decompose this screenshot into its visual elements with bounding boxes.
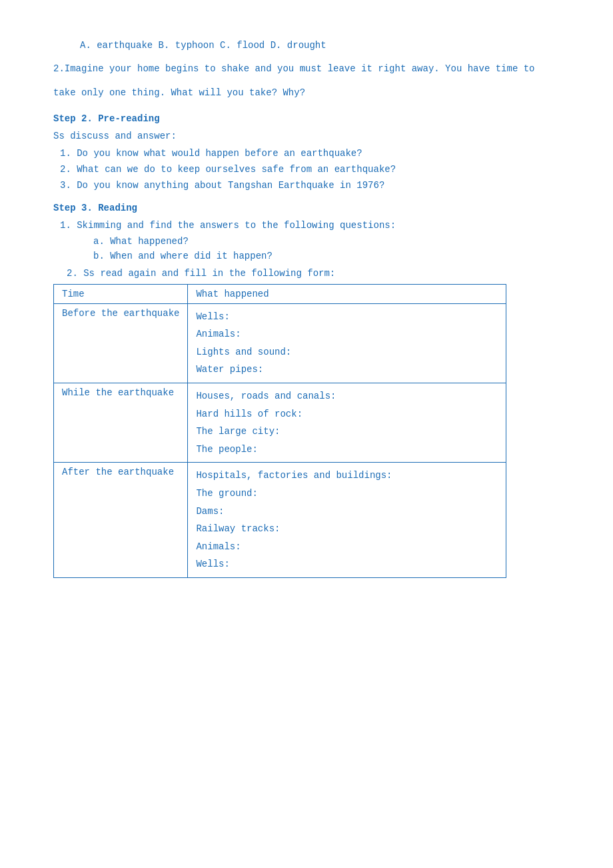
table-cell-items: Houses, roads and canals:Hard hills of r… bbox=[188, 383, 506, 462]
ss-discuss-label: Ss discuss and answer: bbox=[53, 131, 560, 141]
table-header-time: Time bbox=[54, 284, 188, 303]
table-cell-item: Hospitals, factories and buildings: bbox=[196, 467, 498, 485]
table-cell-item: Houses, roads and canals: bbox=[196, 387, 498, 405]
table-header-what-happened: What happened bbox=[188, 284, 506, 303]
table-row: While the earthquakeHouses, roads and ca… bbox=[54, 383, 506, 462]
table-cell-item: Wells: bbox=[196, 555, 498, 573]
sub-question-b: b. When and where did it happen? bbox=[53, 251, 560, 261]
table-cell-time: Before the earthquake bbox=[54, 303, 188, 383]
step3-heading: Step 3. Reading bbox=[53, 203, 560, 213]
step2-heading: Step 2. Pre-reading bbox=[53, 113, 560, 124]
table-cell-items: Hospitals, factories and buildings:The g… bbox=[188, 463, 506, 578]
table-cell-item: The people: bbox=[196, 441, 498, 459]
table-cell-item: Animals: bbox=[196, 325, 498, 343]
options-line: A. earthquake B. typhoon C. flood D. dro… bbox=[53, 40, 560, 51]
table-cell-time: While the earthquake bbox=[54, 383, 188, 462]
table-row: After the earthquakeHospitals, factories… bbox=[54, 463, 506, 578]
table-cell-items: Wells:Animals:Lights and sound:Water pip… bbox=[188, 303, 506, 383]
table-cell-item: Water pipes: bbox=[196, 361, 498, 379]
reading-table: Time What happened Before the earthquake… bbox=[53, 284, 506, 578]
question2-line1: 2.Imagine your home begins to shake and … bbox=[53, 61, 560, 77]
read-question-2: 2. Ss read again and fill in the followi… bbox=[67, 268, 560, 279]
pre-question-3: 3. Do you know anything about Tangshan E… bbox=[53, 180, 560, 191]
sub-question-a: a. What happened? bbox=[53, 236, 560, 247]
table-cell-item: Animals: bbox=[196, 538, 498, 556]
question2-line2: take only one thing. What will you take?… bbox=[53, 85, 560, 101]
pre-question-1: 1. Do you know what would happen before … bbox=[53, 148, 560, 159]
table-cell-item: The ground: bbox=[196, 485, 498, 503]
table-cell-item: Dams: bbox=[196, 503, 498, 521]
table-cell-item: Lights and sound: bbox=[196, 343, 498, 361]
table-cell-item: Railway tracks: bbox=[196, 520, 498, 538]
table-cell-item: Wells: bbox=[196, 308, 498, 326]
table-cell-item: Hard hills of rock: bbox=[196, 405, 498, 423]
table-cell-time: After the earthquake bbox=[54, 463, 188, 578]
pre-question-2: 2. What can we do to keep ourselves safe… bbox=[53, 164, 560, 175]
read-question-1: 1. Skimming and find the answers to the … bbox=[53, 220, 560, 231]
table-row: Before the earthquakeWells:Animals:Light… bbox=[54, 303, 506, 383]
table-cell-item: The large city: bbox=[196, 423, 498, 441]
